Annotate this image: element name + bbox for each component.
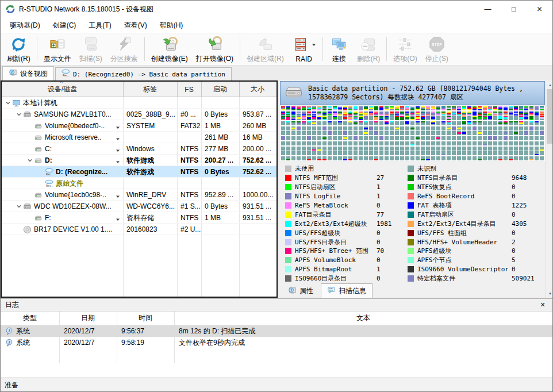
- boot-cell: 0 Bytes: [201, 109, 239, 120]
- log-row[interactable]: i系统2020/12/79:58:19文件枚举在9秒内完成: [1, 337, 552, 348]
- chevron-down-icon[interactable]: [26, 157, 34, 163]
- map-block: [452, 121, 456, 125]
- map-block: [405, 131, 409, 135]
- toolbar-button-open-image[interactable]: 打开镜像(O): [192, 33, 237, 65]
- legend-count: 1225: [512, 202, 527, 209]
- map-block: [441, 126, 446, 130]
- column-header[interactable]: 启动: [201, 82, 239, 97]
- map-block: [436, 106, 440, 110]
- map-block: [400, 116, 404, 120]
- properties-icon: i: [288, 286, 297, 297]
- device-row[interactable]: Volume{0bedecf0-..SYSTEMFAT321 MB260 MB: [2, 120, 276, 132]
- chevron-down-icon[interactable]: [15, 112, 23, 117]
- dropdown-arrow-icon[interactable]: [116, 216, 120, 224]
- vertical-scrollbar[interactable]: ▲ ▼: [546, 80, 553, 298]
- column-header[interactable]: 标签: [123, 82, 177, 97]
- dropdown-arrow-icon[interactable]: [116, 147, 120, 155]
- dropdown-arrow-icon[interactable]: [116, 124, 120, 132]
- device-row[interactable]: Volume{1ecb0c98-..WinRE_DRVNTFS952.89 ..…: [2, 189, 276, 201]
- close-button[interactable]: ✕: [527, 1, 552, 18]
- map-block: [385, 126, 389, 130]
- map-block: [405, 141, 409, 145]
- toolbar-button-show-files[interactable]: 显示文件: [40, 33, 75, 65]
- map-block: [467, 156, 471, 160]
- tab-recognized-partition[interactable]: Rec.D: (Recognized0) -> Basic data parti…: [55, 67, 232, 80]
- scrollbar-thumb[interactable]: [547, 89, 553, 144]
- tab-properties[interactable]: i属性: [282, 285, 319, 298]
- device-row[interactable]: Rec.D: (Recognize...软件游戏NTFS0 Bytes752.6…: [2, 166, 276, 178]
- map-block: [431, 136, 435, 140]
- log-column-header[interactable]: 类型: [1, 312, 59, 325]
- toolbar-button-connect[interactable]: 连接: [325, 33, 353, 65]
- map-block: [348, 156, 352, 160]
- partition-header[interactable]: Basic data partition - 752.62 GB (808121…: [280, 81, 545, 105]
- chevron-down-icon[interactable]: [4, 100, 12, 106]
- toolbar-button-refresh[interactable]: 刷新(R): [3, 33, 34, 65]
- block-map[interactable]: [281, 106, 545, 161]
- legend-item: FAT启动扇区0: [408, 210, 544, 219]
- device-row[interactable]: Microsoft reserve..261 MB16 MB: [2, 132, 276, 143]
- log-column-header[interactable]: 时间: [117, 312, 174, 325]
- log-row[interactable]: i系统2020/12/79:56:378m 12s 的 D: 扫描已完成: [1, 325, 552, 337]
- log-column-header[interactable]: 日期: [59, 312, 117, 325]
- device-row[interactable]: SAMSUNG MZVLB1T0...0025_388B_9...#0 ...0…: [2, 109, 276, 120]
- scroll-down-icon[interactable]: ▼: [546, 289, 553, 298]
- tab-scan-info[interactable]: 扫描信息: [321, 283, 372, 298]
- device-name-cell: Rec.原始文件: [2, 178, 123, 189]
- device-row[interactable]: BR17 DEVICE V1.00 1....20160823#2 U...: [2, 224, 276, 235]
- map-block: [529, 116, 533, 120]
- map-block: [529, 136, 533, 140]
- map-block: [493, 136, 497, 140]
- log-column-header[interactable]: 文本: [174, 312, 552, 325]
- menu-item[interactable]: 驱动器(D): [3, 18, 47, 33]
- map-block: [540, 116, 544, 120]
- map-block: [369, 147, 373, 151]
- device-row[interactable]: 本地计算机: [2, 97, 276, 109]
- tab-device-view[interactable]: i设备视图: [2, 66, 54, 80]
- dropdown-arrow-icon[interactable]: [116, 135, 120, 143]
- map-block: [328, 136, 332, 140]
- toolbar-button-raid[interactable]: RAID: [288, 33, 320, 65]
- legend-label: Ext2/Ext3/Ext4目录条目: [417, 220, 508, 228]
- map-block: [410, 116, 414, 120]
- minimize-button[interactable]: —: [475, 1, 501, 18]
- map-block: [441, 112, 446, 116]
- menu-item[interactable]: 帮助(H): [153, 18, 190, 33]
- menu-item[interactable]: 查看(V): [118, 18, 153, 33]
- map-block: [498, 121, 502, 125]
- column-header[interactable]: FS: [177, 82, 201, 97]
- toolbar-button-create-image[interactable]: 创建镜像(E): [147, 33, 192, 65]
- map-block: [483, 126, 487, 130]
- device-row[interactable]: WDC WD10EZEX-08W...WD-WCC6Y6...#1 S...0 …: [2, 201, 276, 212]
- dropdown-arrow-icon[interactable]: [116, 158, 120, 166]
- map-block: [478, 136, 482, 140]
- device-row[interactable]: C:WindowsNTFS277 MB200.00 ...: [2, 143, 276, 155]
- fs-cell: NTFS: [177, 189, 201, 201]
- column-header[interactable]: 大小: [239, 82, 276, 97]
- scroll-up-icon[interactable]: ▲: [546, 80, 553, 89]
- map-block: [483, 141, 487, 145]
- map-block: [540, 151, 544, 155]
- column-header[interactable]: 设备/磁盘^: [2, 82, 123, 97]
- device-row[interactable]: D:软件游戏NTFS200.27 ...752.62 ...: [2, 155, 276, 166]
- menu-item[interactable]: 工具(T): [82, 18, 117, 33]
- legend-swatch: [285, 193, 291, 199]
- map-block: [369, 136, 373, 140]
- device-row[interactable]: Rec.原始文件: [2, 178, 276, 189]
- legend-swatch: [408, 193, 414, 199]
- menu-item[interactable]: 创建(C): [47, 18, 83, 33]
- chevron-down-icon[interactable]: [15, 203, 23, 209]
- map-block: [426, 106, 430, 110]
- maximize-button[interactable]: □: [501, 1, 527, 18]
- map-block: [426, 121, 430, 125]
- device-name-cell: Rec.D: (Recognize...: [2, 166, 123, 178]
- rec-icon: Rec.: [45, 168, 55, 176]
- device-row[interactable]: F:资料存储NTFS1 MB931.51 ...: [2, 212, 276, 224]
- dropdown-arrow-icon[interactable]: [312, 43, 316, 47]
- map-block: [540, 112, 544, 116]
- map-block: [395, 116, 399, 120]
- dropdown-arrow-icon[interactable]: [116, 193, 120, 201]
- boot-cell: [201, 97, 239, 109]
- map-block: [400, 141, 404, 145]
- log-close-icon[interactable]: ✕: [537, 301, 548, 309]
